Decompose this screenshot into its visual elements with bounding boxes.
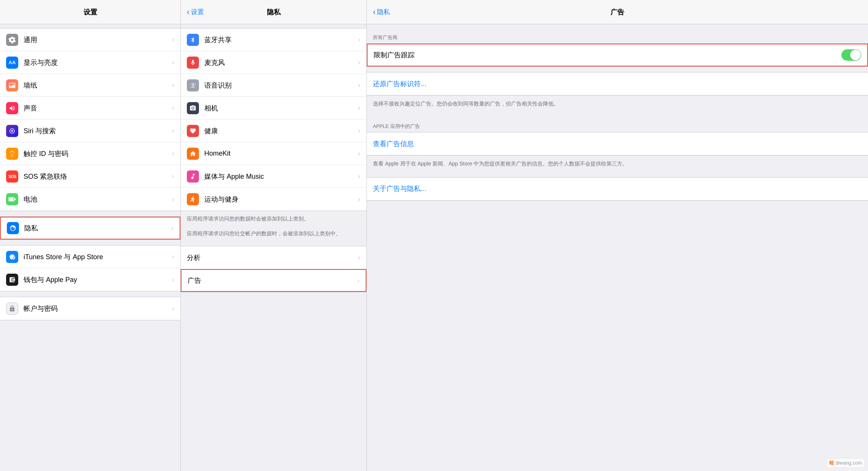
itunes-label: iTunes Store 与 App Store (24, 252, 170, 261)
bluetooth-chevron: › (358, 36, 360, 44)
settings-section-1: 通用 › AA 显示与亮度 › 墙纸 › 声音 › (0, 28, 180, 211)
privacy-row-health[interactable]: 健康 › (181, 120, 366, 142)
speech-label: 语音识别 (204, 81, 356, 90)
battery-chevron: › (172, 195, 174, 203)
display-icon: AA (6, 57, 18, 69)
ads-desc-2: 查看 Apple 用于在 Apple 新闻、App Store 中为您提供更相关… (367, 156, 868, 172)
analytics-label: 分析 (187, 253, 356, 262)
settings-row-wallpaper[interactable]: 墙纸 › (0, 74, 180, 97)
speech-chevron: › (358, 81, 360, 89)
ads-row-about[interactable]: 关于广告与隐私... (367, 178, 868, 200)
wallet-icon (6, 274, 18, 286)
limit-ad-toggle[interactable] (841, 49, 861, 61)
settings-row-account[interactable]: 帐户与密码 › (0, 297, 180, 320)
settings-nav-bar: 设置 (0, 0, 180, 24)
homekit-icon (187, 148, 199, 160)
reset-ad-label[interactable]: 还原广告标识符... (373, 79, 426, 88)
touchid-chevron: › (172, 150, 174, 158)
privacy-row-microphone[interactable]: 麦克风 › (181, 51, 366, 74)
privacy-row-analytics[interactable]: 分析 › (181, 246, 366, 269)
settings-row-siri[interactable]: Siri 与搜索 › (0, 120, 180, 142)
privacy-row-ads[interactable]: 广告 › (181, 269, 366, 292)
wallpaper-chevron: › (172, 81, 174, 89)
privacy-row-motion[interactable]: 运动与健身 › (181, 188, 366, 211)
settings-row-touchid[interactable]: 触控 ID 与密码 › (0, 142, 180, 165)
ads-nav-bar: ‹ 隐私 广告 (367, 0, 868, 24)
settings-row-wallet[interactable]: 钱包与 Apple Pay › (0, 268, 180, 291)
ads-row-view-info[interactable]: 查看广告信息 (367, 132, 868, 155)
siri-icon (6, 125, 18, 137)
homekit-label: HomeKit (204, 150, 356, 158)
wallpaper-icon (6, 79, 18, 91)
wallet-chevron: › (172, 276, 174, 284)
privacy-back-button[interactable]: ‹ 设置 (187, 8, 204, 16)
settings-row-general[interactable]: 通用 › (0, 28, 180, 51)
sound-icon (6, 102, 18, 114)
settings-row-sound[interactable]: 声音 › (0, 97, 180, 120)
privacy-row-bluetooth[interactable]: 蓝牙共享 › (181, 28, 366, 51)
media-icon (187, 170, 199, 183)
analytics-chevron: › (358, 254, 360, 261)
ads-panel: ‹ 隐私 广告 所有广告商 限制广告跟踪 还原广告标识符... 选择不接收兴趣定… (367, 0, 868, 471)
motion-label: 运动与健身 (204, 195, 356, 204)
svg-rect-3 (14, 198, 16, 200)
account-icon (6, 302, 18, 315)
display-chevron: › (172, 58, 174, 66)
ads-chevron: › (357, 277, 360, 285)
ads-label: 广告 (188, 276, 355, 285)
microphone-icon (187, 57, 199, 69)
settings-row-battery[interactable]: 电池 › (0, 188, 180, 211)
ads-back-button[interactable]: ‹ 隐私 (373, 8, 390, 16)
wallet-label: 钱包与 Apple Pay (24, 275, 170, 284)
privacy-section-1: 蓝牙共享 › 麦克风 › 语音识别 › (181, 28, 366, 211)
general-chevron: › (172, 36, 174, 44)
privacy-chevron: › (171, 224, 174, 232)
privacy-row-speech[interactable]: 语音识别 › (181, 74, 366, 97)
microphone-label: 麦克风 (204, 58, 356, 67)
ads-back-chevron: ‹ (373, 8, 376, 16)
ads-back-label: 隐私 (377, 8, 390, 16)
battery-label: 电池 (24, 195, 170, 204)
general-icon (6, 34, 18, 46)
battery-icon (6, 193, 18, 205)
settings-row-itunes[interactable]: iTunes Store 与 App Store › (0, 246, 180, 268)
motion-icon (187, 193, 199, 205)
bluetooth-label: 蓝牙共享 (204, 35, 356, 44)
touchid-label: 触控 ID 与密码 (24, 149, 170, 158)
privacy-row-camera[interactable]: 相机 › (181, 97, 366, 120)
sos-label: SOS 紧急联络 (24, 172, 170, 181)
privacy-section-2: 分析 › 广告 › (181, 246, 366, 292)
settings-title: 设置 (84, 8, 97, 17)
siri-label: Siri 与搜索 (24, 126, 170, 135)
camera-label: 相机 (204, 104, 356, 113)
ads-row-reset[interactable]: 还原广告标识符... (367, 72, 868, 95)
settings-row-display[interactable]: AA 显示与亮度 › (0, 51, 180, 74)
ads-section-reset: 还原广告标识符... (367, 72, 868, 96)
camera-chevron: › (358, 104, 360, 112)
view-ad-info-label[interactable]: 查看广告信息 (373, 139, 414, 148)
general-label: 通用 (24, 35, 170, 44)
sos-chevron: › (172, 172, 174, 180)
privacy-title: 隐私 (267, 8, 281, 17)
privacy-note-1: 应用程序请求访问您的数据时会被添加到以上类别。 (181, 211, 366, 226)
ads-row-limit[interactable]: 限制广告跟踪 (367, 44, 868, 66)
settings-row-privacy[interactable]: 隐私 › (0, 217, 180, 239)
health-icon (187, 125, 199, 137)
camera-icon (187, 102, 199, 114)
ads-section-about: 关于广告与隐私... (367, 177, 868, 201)
privacy-nav-bar: ‹ 设置 隐私 (181, 0, 366, 24)
privacy-list: 蓝牙共享 › 麦克风 › 语音识别 › (181, 24, 366, 471)
privacy-row-homekit[interactable]: HomeKit › (181, 142, 366, 165)
about-ad-label[interactable]: 关于广告与隐私... (373, 184, 426, 193)
settings-section-privacy: 隐私 › (0, 216, 180, 240)
privacy-back-label: 设置 (191, 8, 204, 16)
privacy-row-media[interactable]: 媒体与 Apple Music › (181, 165, 366, 188)
toggle-knob (850, 50, 861, 60)
ads-title: 广告 (611, 8, 624, 17)
settings-panel: 设置 通用 › AA 显示与亮度 › 墙纸 › (0, 0, 181, 471)
settings-row-sos[interactable]: SOS SOS 紧急联络 › (0, 165, 180, 188)
settings-list: 通用 › AA 显示与亮度 › 墙纸 › 声音 › (0, 24, 180, 471)
account-label: 帐户与密码 (24, 304, 170, 313)
speech-icon (187, 79, 199, 91)
ads-section-label-1: 所有广告商 (367, 28, 868, 43)
